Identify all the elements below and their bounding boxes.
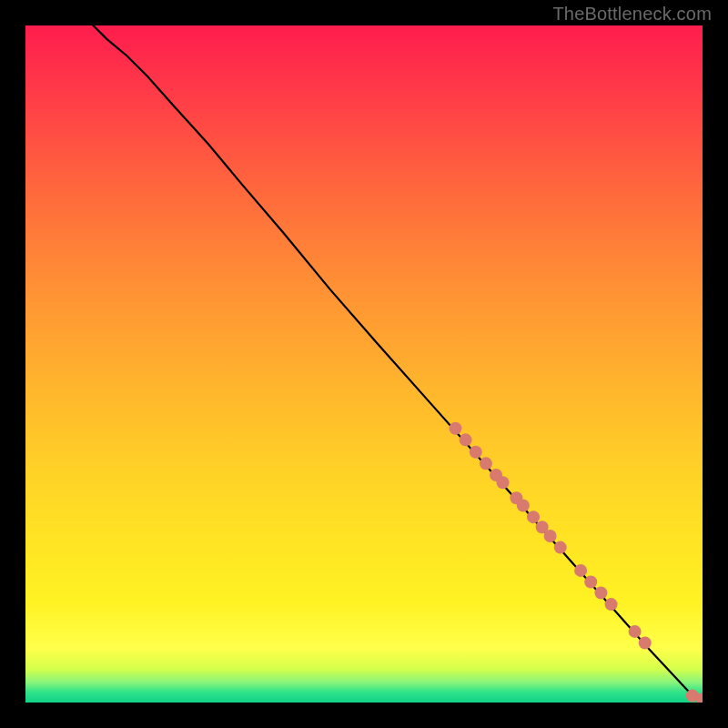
plot-area — [25, 25, 703, 703]
data-point — [480, 457, 492, 470]
data-point — [449, 422, 461, 435]
data-point — [470, 446, 482, 459]
data-points-group — [449, 422, 703, 703]
chart-svg — [25, 25, 703, 703]
data-point — [527, 511, 540, 523]
data-point — [584, 576, 597, 589]
data-point — [544, 530, 557, 542]
data-point — [517, 500, 530, 512]
data-point — [460, 433, 472, 446]
watermark-text: TheBottleneck.com — [552, 4, 712, 25]
data-point — [594, 586, 607, 599]
data-point — [639, 637, 652, 650]
data-point — [605, 598, 618, 611]
curve-line — [93, 25, 695, 699]
data-point — [629, 625, 642, 638]
data-point — [497, 476, 510, 489]
data-point — [574, 564, 587, 577]
data-point — [554, 541, 567, 554]
